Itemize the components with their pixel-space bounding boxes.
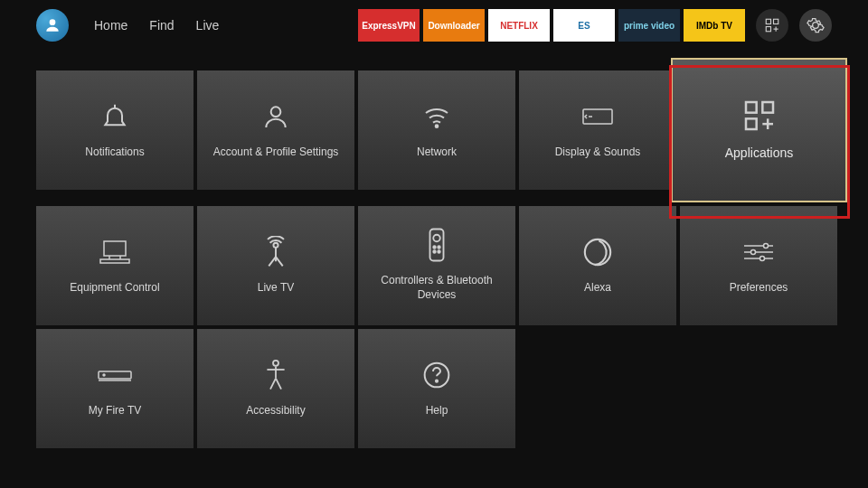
svg-point-31 — [751, 250, 756, 255]
tile-label: Preferences — [722, 281, 796, 296]
tile-label: Accessibility — [239, 404, 312, 418]
top-bar: Home Find Live ExpressVPN Downloader NET… — [0, 0, 868, 51]
svg-point-22 — [433, 235, 440, 242]
svg-rect-21 — [430, 230, 444, 261]
nav-tabs: Home Find Live — [94, 18, 219, 33]
svg-point-37 — [273, 361, 278, 366]
profile-avatar[interactable] — [36, 9, 69, 42]
app-netflix[interactable]: NETFLIX — [488, 9, 550, 42]
tile-label: Alexa — [577, 281, 618, 296]
help-icon — [419, 359, 455, 391]
svg-point-25 — [433, 251, 436, 254]
svg-point-26 — [438, 251, 440, 254]
equipment-icon — [97, 236, 133, 268]
svg-line-40 — [270, 379, 276, 389]
tile-label: Display & Sounds — [548, 145, 648, 160]
tile-alexa[interactable]: Alexa — [519, 206, 676, 325]
svg-point-24 — [438, 247, 440, 249]
tile-label: Help — [419, 404, 456, 418]
tile-label: Notifications — [78, 145, 151, 160]
tile-notifications[interactable]: Notifications — [36, 70, 193, 190]
tile-account[interactable]: Account & Profile Settings — [197, 70, 354, 190]
tile-label: Account & Profile Settings — [206, 145, 346, 160]
settings-grid: Notifications Account & Profile Settings… — [0, 51, 868, 468]
tile-label: Controllers & Bluetooth Devices — [358, 274, 515, 302]
tile-preferences[interactable]: Preferences — [680, 206, 837, 325]
accessibility-icon — [258, 359, 294, 391]
user-icon — [43, 16, 61, 34]
apps-grid-button[interactable] — [756, 9, 788, 42]
alexa-icon — [580, 236, 616, 268]
svg-rect-1 — [766, 19, 770, 23]
svg-point-0 — [50, 19, 56, 25]
tile-accessibility[interactable]: Accessibility — [197, 329, 354, 448]
display-icon — [580, 100, 616, 133]
tile-help[interactable]: Help — [358, 329, 515, 448]
tile-label: My Fire TV — [81, 404, 148, 418]
svg-rect-2 — [774, 19, 778, 23]
user-icon — [258, 100, 294, 133]
svg-point-23 — [433, 247, 436, 249]
remote-icon — [419, 229, 455, 261]
tile-display[interactable]: Display & Sounds — [519, 70, 676, 190]
app-row: ExpressVPN Downloader NETFLIX ES prime v… — [358, 9, 745, 42]
app-expressvpn[interactable]: ExpressVPN — [358, 9, 420, 42]
svg-point-29 — [764, 244, 769, 249]
firetv-icon — [97, 359, 133, 391]
tile-livetv[interactable]: Live TV — [197, 206, 354, 325]
bell-icon — [97, 100, 133, 133]
sliders-icon — [741, 236, 777, 268]
tile-myfiretv[interactable]: My Fire TV — [36, 329, 193, 448]
grid-plus-icon — [764, 17, 780, 33]
nav-tab-home[interactable]: Home — [94, 18, 127, 33]
settings-button[interactable] — [799, 9, 832, 42]
tile-label: Equipment Control — [62, 281, 166, 296]
svg-point-33 — [760, 257, 765, 261]
tile-equipment[interactable]: Equipment Control — [36, 206, 193, 325]
tile-label: Applications — [718, 145, 801, 161]
svg-point-19 — [273, 243, 278, 248]
svg-rect-9 — [583, 109, 612, 124]
svg-rect-11 — [762, 102, 773, 113]
apps-icon — [741, 99, 778, 132]
antenna-icon — [258, 236, 294, 268]
svg-point-7 — [271, 108, 281, 117]
svg-point-43 — [436, 380, 438, 382]
svg-rect-12 — [746, 118, 757, 129]
tile-label: Live TV — [250, 281, 301, 296]
tile-controllers[interactable]: Controllers & Bluetooth Devices — [358, 206, 515, 325]
svg-point-8 — [436, 126, 439, 128]
svg-rect-16 — [100, 259, 129, 263]
gear-icon — [807, 16, 825, 34]
tile-applications[interactable]: Applications — [671, 58, 847, 202]
svg-line-41 — [276, 379, 281, 389]
app-imdbtv[interactable]: IMDb TV — [684, 9, 745, 42]
tile-network[interactable]: Network — [358, 70, 515, 190]
app-primevideo[interactable]: prime video — [618, 9, 680, 42]
tile-label: Network — [410, 145, 464, 160]
wifi-icon — [419, 100, 455, 133]
svg-rect-10 — [746, 102, 757, 113]
svg-point-35 — [103, 374, 105, 376]
svg-rect-3 — [766, 27, 770, 32]
nav-tab-find[interactable]: Find — [149, 18, 174, 33]
app-esfile[interactable]: ES — [553, 9, 615, 42]
nav-tab-live[interactable]: Live — [196, 18, 220, 33]
app-downloader[interactable]: Downloader — [423, 9, 485, 42]
svg-rect-15 — [104, 241, 126, 256]
